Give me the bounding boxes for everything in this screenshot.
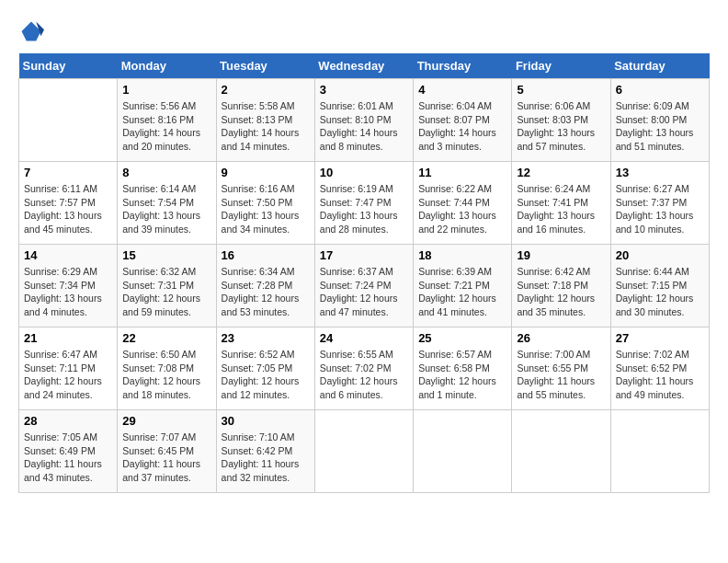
day-info: Sunrise: 6:52 AM Sunset: 7:05 PM Dayligh…	[222, 348, 310, 402]
day-info: Sunrise: 6:16 AM Sunset: 7:50 PM Dayligh…	[222, 182, 310, 236]
calendar-cell: 12Sunrise: 6:24 AM Sunset: 7:41 PM Dayli…	[512, 162, 610, 245]
day-number: 22	[122, 331, 210, 345]
day-info: Sunrise: 6:01 AM Sunset: 8:10 PM Dayligh…	[320, 99, 408, 154]
day-info: Sunrise: 6:42 AM Sunset: 7:18 PM Dayligh…	[517, 265, 605, 319]
calendar-cell: 8Sunrise: 6:14 AM Sunset: 7:54 PM Daylig…	[118, 162, 216, 245]
day-number: 18	[418, 248, 506, 262]
day-header-sunday: Sunday	[19, 53, 118, 79]
day-number: 24	[320, 331, 408, 345]
day-info: Sunrise: 6:22 AM Sunset: 7:44 PM Dayligh…	[418, 182, 506, 236]
day-info: Sunrise: 6:19 AM Sunset: 7:47 PM Dayligh…	[320, 182, 408, 236]
calendar-cell: 13Sunrise: 6:27 AM Sunset: 7:37 PM Dayli…	[610, 162, 709, 245]
calendar-cell: 18Sunrise: 6:39 AM Sunset: 7:21 PM Dayli…	[414, 245, 512, 327]
day-info: Sunrise: 7:10 AM Sunset: 6:42 PM Dayligh…	[222, 431, 310, 485]
day-number: 23	[222, 331, 310, 345]
day-info: Sunrise: 6:27 AM Sunset: 7:37 PM Dayligh…	[616, 182, 704, 236]
calendar-cell: 28Sunrise: 7:05 AM Sunset: 6:49 PM Dayli…	[19, 410, 118, 493]
day-info: Sunrise: 5:58 AM Sunset: 8:13 PM Dayligh…	[222, 99, 310, 154]
day-number: 7	[24, 166, 112, 179]
calendar-cell: 22Sunrise: 6:50 AM Sunset: 7:08 PM Dayli…	[118, 327, 216, 410]
day-number: 30	[222, 414, 310, 428]
calendar-cell: 27Sunrise: 7:02 AM Sunset: 6:52 PM Dayli…	[610, 327, 709, 410]
day-info: Sunrise: 6:57 AM Sunset: 6:58 PM Dayligh…	[418, 348, 506, 402]
calendar-cell: 7Sunrise: 6:11 AM Sunset: 7:57 PM Daylig…	[19, 162, 118, 245]
day-number: 3	[320, 83, 408, 97]
day-info: Sunrise: 6:39 AM Sunset: 7:21 PM Dayligh…	[418, 265, 506, 319]
day-number: 16	[222, 248, 310, 262]
week-row-3: 14Sunrise: 6:29 AM Sunset: 7:34 PM Dayli…	[19, 245, 710, 327]
day-info: Sunrise: 7:00 AM Sunset: 6:55 PM Dayligh…	[517, 348, 605, 402]
day-number: 20	[616, 248, 704, 262]
day-info: Sunrise: 7:05 AM Sunset: 6:49 PM Dayligh…	[24, 431, 112, 485]
calendar-cell	[314, 410, 413, 493]
day-info: Sunrise: 6:32 AM Sunset: 7:31 PM Dayligh…	[122, 265, 210, 319]
day-number: 10	[320, 166, 408, 179]
day-number: 25	[418, 331, 506, 345]
day-header-saturday: Saturday	[610, 53, 709, 79]
week-row-5: 28Sunrise: 7:05 AM Sunset: 6:49 PM Dayli…	[19, 410, 710, 493]
calendar-cell: 16Sunrise: 6:34 AM Sunset: 7:28 PM Dayli…	[216, 245, 314, 327]
day-number: 29	[122, 414, 210, 428]
day-header-friday: Friday	[512, 53, 610, 79]
calendar-cell: 24Sunrise: 6:55 AM Sunset: 7:02 PM Dayli…	[314, 327, 413, 410]
calendar-body: 1Sunrise: 5:56 AM Sunset: 8:16 PM Daylig…	[19, 79, 710, 493]
calendar-cell: 3Sunrise: 6:01 AM Sunset: 8:10 PM Daylig…	[314, 79, 413, 162]
calendar-header: SundayMondayTuesdayWednesdayThursdayFrid…	[19, 53, 710, 79]
week-row-4: 21Sunrise: 6:47 AM Sunset: 7:11 PM Dayli…	[19, 327, 710, 410]
day-number: 12	[517, 166, 605, 179]
calendar-cell: 20Sunrise: 6:44 AM Sunset: 7:15 PM Dayli…	[610, 245, 709, 327]
calendar-cell	[512, 410, 610, 493]
day-header-tuesday: Tuesday	[216, 53, 314, 79]
day-info: Sunrise: 6:09 AM Sunset: 8:00 PM Dayligh…	[616, 99, 704, 154]
calendar-cell	[414, 410, 512, 493]
day-number: 1	[122, 83, 210, 97]
calendar-table: SundayMondayTuesdayWednesdayThursdayFrid…	[18, 53, 710, 493]
day-info: Sunrise: 6:14 AM Sunset: 7:54 PM Dayligh…	[122, 182, 210, 236]
calendar-cell: 29Sunrise: 7:07 AM Sunset: 6:45 PM Dayli…	[118, 410, 216, 493]
calendar-cell	[19, 79, 118, 162]
day-info: Sunrise: 6:24 AM Sunset: 7:41 PM Dayligh…	[517, 182, 605, 236]
day-number: 13	[616, 166, 704, 179]
day-info: Sunrise: 7:02 AM Sunset: 6:52 PM Dayligh…	[616, 348, 704, 402]
logo-icon	[18, 18, 44, 44]
day-number: 11	[418, 166, 506, 179]
week-row-2: 7Sunrise: 6:11 AM Sunset: 7:57 PM Daylig…	[19, 162, 710, 245]
calendar-cell: 6Sunrise: 6:09 AM Sunset: 8:00 PM Daylig…	[610, 79, 709, 162]
day-header-thursday: Thursday	[414, 53, 512, 79]
day-number: 21	[24, 331, 112, 345]
day-number: 15	[122, 248, 210, 262]
week-row-1: 1Sunrise: 5:56 AM Sunset: 8:16 PM Daylig…	[19, 79, 710, 162]
calendar-cell: 10Sunrise: 6:19 AM Sunset: 7:47 PM Dayli…	[314, 162, 413, 245]
calendar-cell: 11Sunrise: 6:22 AM Sunset: 7:44 PM Dayli…	[414, 162, 512, 245]
day-number: 9	[222, 166, 310, 179]
day-number: 2	[222, 83, 310, 97]
calendar-cell: 2Sunrise: 5:58 AM Sunset: 8:13 PM Daylig…	[216, 79, 314, 162]
day-number: 26	[517, 331, 605, 345]
day-info: Sunrise: 6:11 AM Sunset: 7:57 PM Dayligh…	[24, 182, 112, 236]
calendar-cell: 26Sunrise: 7:00 AM Sunset: 6:55 PM Dayli…	[512, 327, 610, 410]
day-info: Sunrise: 6:50 AM Sunset: 7:08 PM Dayligh…	[122, 348, 210, 402]
calendar-cell: 17Sunrise: 6:37 AM Sunset: 7:24 PM Dayli…	[314, 245, 413, 327]
day-number: 27	[616, 331, 704, 345]
day-info: Sunrise: 6:06 AM Sunset: 8:03 PM Dayligh…	[517, 99, 605, 154]
day-info: Sunrise: 6:44 AM Sunset: 7:15 PM Dayligh…	[616, 265, 704, 319]
day-info: Sunrise: 6:29 AM Sunset: 7:34 PM Dayligh…	[24, 265, 112, 319]
day-info: Sunrise: 6:37 AM Sunset: 7:24 PM Dayligh…	[320, 265, 408, 319]
calendar-cell: 23Sunrise: 6:52 AM Sunset: 7:05 PM Dayli…	[216, 327, 314, 410]
day-info: Sunrise: 6:55 AM Sunset: 7:02 PM Dayligh…	[320, 348, 408, 402]
calendar-cell	[610, 410, 709, 493]
day-number: 5	[517, 83, 605, 97]
day-number: 8	[122, 166, 210, 179]
day-number: 4	[418, 83, 506, 97]
day-header-monday: Monday	[118, 53, 216, 79]
day-header-wednesday: Wednesday	[314, 53, 413, 79]
day-info: Sunrise: 7:07 AM Sunset: 6:45 PM Dayligh…	[122, 431, 210, 485]
calendar-cell: 30Sunrise: 7:10 AM Sunset: 6:42 PM Dayli…	[216, 410, 314, 493]
calendar-cell: 15Sunrise: 6:32 AM Sunset: 7:31 PM Dayli…	[118, 245, 216, 327]
calendar-cell: 21Sunrise: 6:47 AM Sunset: 7:11 PM Dayli…	[19, 327, 118, 410]
day-info: Sunrise: 5:56 AM Sunset: 8:16 PM Dayligh…	[122, 99, 210, 154]
day-number: 19	[517, 248, 605, 262]
day-number: 6	[616, 83, 704, 97]
day-info: Sunrise: 6:34 AM Sunset: 7:28 PM Dayligh…	[222, 265, 310, 319]
day-number: 17	[320, 248, 408, 262]
